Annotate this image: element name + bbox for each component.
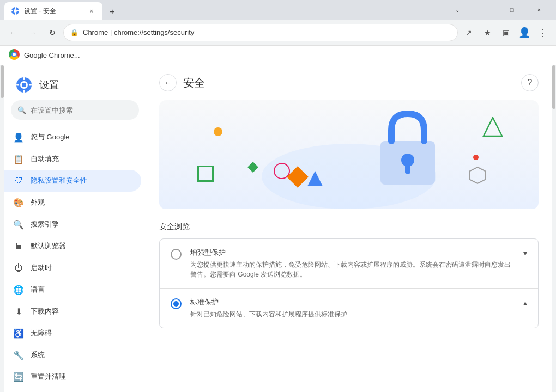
help-btn[interactable]: ? [521, 74, 539, 91]
sidebar-item-reset[interactable]: 🔄 重置并清理 [4, 366, 141, 388]
tabsearch-btn[interactable]: ▣ [497, 24, 515, 41]
content-header: ← 安全 ? [146, 65, 552, 100]
address-lock-icon: 🔒 [70, 29, 78, 36]
enhanced-radio[interactable] [171, 249, 182, 260]
sidebar-item-search[interactable]: 🔍 搜索引擎 [4, 213, 141, 235]
window-restore-btn[interactable]: ⌄ [445, 0, 470, 20]
svg-rect-15 [29, 84, 32, 86]
titlebar: 设置 - 安全 × + ⌄ ─ □ × [0, 0, 556, 20]
sidebar-item-downloads[interactable]: ⬇ 下载内容 [4, 301, 141, 322]
standard-radio[interactable] [171, 298, 182, 309]
chromebar-text: Google Chrome... [24, 51, 80, 59]
chrome-logo [9, 49, 20, 62]
safe-browsing-options: 增强型保护 为您提供更快速主动的保护措施，免受危险网站、下载内容或扩展程序的威胁… [159, 238, 539, 328]
shape-red-dot [473, 155, 479, 160]
sidebar-item-label: 语言 [31, 285, 45, 295]
main-layout: 设置 🔍 👤 您与 Google 📋 自动填充 🛡 隐私设置和安全性 🎨 外观 [0, 65, 556, 392]
window-close-btn[interactable]: × [527, 0, 552, 20]
sidebar-item-label: 系统 [31, 350, 45, 360]
tab-close-btn[interactable]: × [87, 7, 96, 15]
search-input[interactable] [31, 106, 132, 114]
bookmark-btn[interactable]: ★ [479, 24, 496, 41]
section-label: 安全浏览 [146, 222, 552, 238]
enhanced-desc: 为您提供更快速主动的保护措施，免受危险网站、下载内容或扩展程序的威胁。系统会在密… [190, 260, 515, 279]
sidebar-nav: 👤 您与 Google 📋 自动填充 🛡 隐私设置和安全性 🎨 外观 🔍 搜索引… [4, 126, 146, 392]
sidebar-item-browser[interactable]: 🖥 默认浏览器 [4, 235, 141, 257]
svg-point-8 [13, 53, 16, 56]
sidebar-item-label: 自动填充 [31, 154, 59, 164]
sidebar-item-label: 下载内容 [31, 307, 59, 316]
sidebar-item-privacy[interactable]: 🛡 隐私设置和安全性 [4, 170, 141, 192]
sidebar-item-system[interactable]: 🔧 系统 [4, 344, 141, 366]
sidebar-scrollbar[interactable] [0, 65, 4, 392]
standard-protection-option[interactable]: 标准保护 针对已知危险网站、下载内容和扩展程序提供标准保护 ▴ [160, 288, 538, 328]
lock-icon [375, 111, 440, 187]
standard-content: 标准保护 针对已知危险网站、下载内容和扩展程序提供标准保护 [190, 297, 515, 319]
window-controls: ⌄ ─ □ × [445, 0, 552, 20]
sidebar-item-accessibility[interactable]: ♿ 无障碍 [4, 322, 141, 344]
enhanced-protection-option[interactable]: 增强型保护 为您提供更快速主动的保护措施，免受危险网站、下载内容或扩展程序的威胁… [160, 239, 538, 288]
svg-marker-21 [484, 118, 502, 136]
svg-rect-14 [16, 84, 19, 86]
profile-btn[interactable]: 👤 [516, 24, 533, 41]
sidebar-item-google[interactable]: 👤 您与 Google [4, 126, 141, 148]
enhanced-expand-btn[interactable]: ▾ [523, 249, 527, 258]
navbar: ← → ↻ 🔒 Chrome | chrome://settings/secur… [0, 20, 556, 46]
forward-btn: → [24, 24, 41, 41]
sidebar-item-label: 启动时 [31, 263, 52, 273]
shape-green-diamond [247, 162, 258, 173]
search-nav-icon: 🔍 [13, 219, 24, 230]
autofill-icon: 📋 [13, 154, 24, 164]
svg-marker-20 [470, 167, 485, 183]
search-bar[interactable]: 🔍 [11, 100, 139, 120]
content-header-left: ← 安全 [159, 74, 205, 91]
window-minimize-btn[interactable]: ─ [472, 0, 497, 20]
content-back-btn[interactable]: ← [159, 74, 177, 91]
privacy-icon: 🛡 [13, 176, 24, 186]
titlebar-tabs: 设置 - 安全 × + [4, 0, 120, 20]
reset-icon: 🔄 [13, 372, 24, 382]
content-scrollbar[interactable] [552, 65, 556, 392]
content-scroll-thumb [552, 65, 555, 109]
appearance-icon: 🎨 [13, 198, 24, 208]
back-btn: ← [4, 24, 22, 41]
sidebar-item-label: 默认浏览器 [31, 241, 66, 251]
shape-green-square [197, 166, 214, 182]
address-separator: | [110, 28, 114, 36]
address-domain: Chrome [83, 28, 108, 36]
security-illustration [159, 100, 539, 209]
enhanced-content: 增强型保护 为您提供更快速主动的保护措施，免受危险网站、下载内容或扩展程序的威胁… [190, 248, 515, 279]
address-bar[interactable]: 🔒 Chrome | chrome://settings/security [63, 24, 458, 41]
svg-rect-5 [17, 10, 19, 11]
svg-marker-19 [307, 171, 323, 186]
svg-rect-4 [11, 10, 13, 11]
sidebar-title: 设置 [39, 78, 59, 91]
svg-point-1 [14, 9, 17, 13]
sidebar-header: 设置 [4, 65, 146, 100]
window-maximize-btn[interactable]: □ [499, 0, 524, 20]
sidebar-item-language[interactable]: 🌐 语言 [4, 279, 141, 301]
sidebar-item-startup[interactable]: ⏻ 启动时 [4, 257, 141, 279]
standard-expand-btn[interactable]: ▴ [523, 298, 527, 307]
svg-rect-13 [23, 90, 25, 93]
startup-icon: ⏻ [13, 263, 24, 273]
sidebar-item-label: 您与 Google [31, 132, 70, 142]
sidebar-item-appearance[interactable]: 🎨 外观 [4, 192, 141, 213]
sidebar-item-autofill[interactable]: 📋 自动填充 [4, 148, 141, 170]
shape-yellow-dot [214, 127, 222, 136]
menu-btn[interactable]: ⋮ [534, 24, 552, 41]
content-inner: ← 安全 ? [146, 65, 552, 328]
sidebar-item-label: 无障碍 [31, 328, 52, 338]
sidebar-scroll-thumb [1, 65, 4, 98]
sidebar: 设置 🔍 👤 您与 Google 📋 自动填充 🛡 隐私设置和安全性 🎨 外观 [4, 65, 146, 392]
new-tab-btn[interactable]: + [105, 4, 120, 20]
svg-point-11 [22, 83, 26, 87]
refresh-btn[interactable]: ↻ [44, 24, 61, 41]
sidebar-item-label: 重置并清理 [31, 372, 66, 382]
active-tab[interactable]: 设置 - 安全 × [4, 2, 102, 20]
content-area: ← 安全 ? [146, 65, 552, 392]
accessibility-icon: ♿ [13, 328, 24, 339]
share-btn[interactable]: ↗︎ [460, 24, 478, 41]
svg-rect-3 [15, 13, 16, 15]
sidebar-item-label: 隐私设置和安全性 [31, 176, 87, 186]
